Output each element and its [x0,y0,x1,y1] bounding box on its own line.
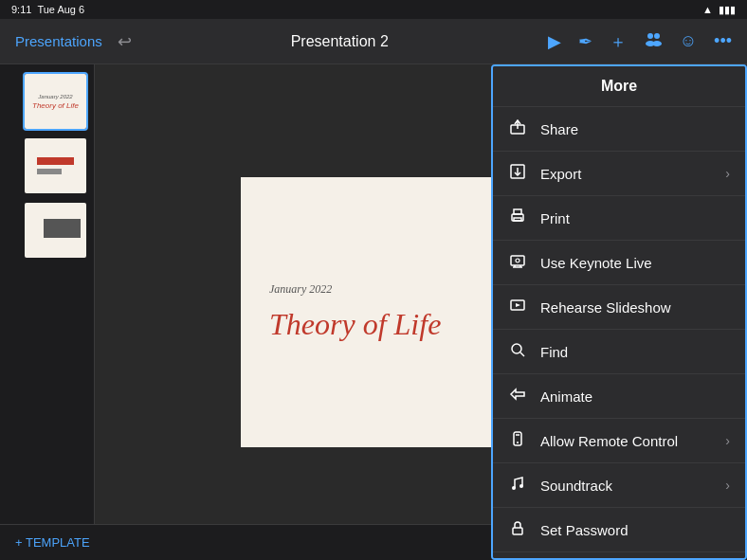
play-icon[interactable]: ▶ [548,31,561,52]
toolbar-right: ▶ ✒ ＋ ☺ ••• [548,29,732,53]
rehearse-icon [508,297,527,317]
remote-chevron: › [725,433,730,448]
back-button[interactable]: Presentations [15,33,102,49]
menu-item-print[interactable]: Print [493,196,745,240]
svg-rect-27 [513,528,522,534]
find-label: Find [540,344,568,360]
slide-thumb-1[interactable]: January 2022 Theory of Life [23,72,88,131]
svg-point-16 [516,259,519,262]
slide-thumb-title: Theory of Life [32,101,79,110]
svg-point-1 [654,33,660,39]
menu-item-animate[interactable]: Animate [493,374,745,418]
collab-icon[interactable] [644,29,663,53]
toolbar: Presentations ↩ Presentation 2 ▶ ✒ ＋ ☺ •… [0,19,747,64]
set-password-label: Set Password [540,522,629,538]
menu-item-export[interactable]: Export › [493,152,745,195]
animate-icon [508,386,527,406]
battery-icon: ▮▮▮ [719,4,736,16]
status-left: 9:11 Tue Aug 6 [11,4,84,15]
more-icon[interactable]: ••• [714,31,732,51]
undo-icon[interactable]: ↩ [118,31,132,52]
status-time: 9:11 [11,4,31,15]
svg-rect-12 [511,256,524,265]
dropdown-section-1: Share Export › [493,107,745,241]
svg-marker-18 [516,303,520,307]
print-label: Print [540,210,570,226]
keynote-live-label: Use Keynote Live [540,255,652,271]
dropdown-title: More [493,66,745,107]
music-icon [508,475,527,496]
export-icon [508,163,527,184]
status-date: Tue Aug 6 [37,4,84,15]
slide-wrapper-3: 3 [6,201,88,260]
menu-item-rehearse[interactable]: Rehearse Slideshow [493,285,745,329]
wifi-icon: ▲ [702,4,713,15]
menu-item-find[interactable]: Find [493,330,745,373]
menu-item-language-region[interactable]: Language & Region [493,552,745,560]
dropdown-menu: More Share [491,64,747,560]
find-icon [508,341,527,362]
pen-icon[interactable]: ✒ [578,31,592,52]
animate-label: Animate [540,388,592,405]
remote-icon [508,430,527,451]
emoji-icon[interactable]: ☺ [680,31,697,51]
share-label: Share [540,121,578,137]
svg-point-23 [517,442,519,443]
soundtrack-label: Soundtrack [540,478,612,494]
menu-item-remote-control[interactable]: Allow Remote Control › [493,419,745,462]
svg-point-26 [519,484,523,488]
print-icon [508,208,527,228]
svg-point-0 [647,33,653,39]
svg-point-25 [512,486,516,490]
template-label: + TEMPLATE [15,535,90,550]
slide-panel: 1 January 2022 Theory of Life 2 3 [0,64,95,560]
svg-point-19 [512,344,521,353]
rehearse-label: Rehearse Slideshow [540,299,671,316]
svg-line-20 [520,352,524,356]
status-right: ▲ ▮▮▮ [702,4,736,16]
svg-point-3 [652,41,662,46]
presentation-title: Presentation 2 [291,33,389,50]
share-icon [508,118,527,139]
add-icon[interactable]: ＋ [610,30,627,53]
keynote-live-icon [508,252,527,273]
toolbar-left: Presentations ↩ [15,31,132,52]
status-bar: 9:11 Tue Aug 6 ▲ ▮▮▮ [0,0,747,19]
menu-item-set-password[interactable]: Set Password [493,508,745,551]
slide-thumb-2[interactable] [23,136,88,195]
slide-wrapper-2: 2 [6,136,88,195]
dropdown-section-4: Allow Remote Control › Soundtrack [493,419,745,560]
svg-rect-11 [514,218,521,221]
lock-icon [508,519,527,540]
dropdown-section-2: Use Keynote Live Rehearse Slideshow [493,241,745,330]
main-area: 1 January 2022 Theory of Life 2 3 [0,64,747,560]
menu-item-share[interactable]: Share [493,107,745,151]
slide-thumb-3[interactable] [23,201,88,260]
export-label: Export [540,166,581,182]
template-button[interactable]: + TEMPLATE [15,535,90,550]
svg-marker-21 [511,389,524,399]
slide-wrapper-1: 1 January 2022 Theory of Life [6,72,88,131]
menu-item-soundtrack[interactable]: Soundtrack › [493,463,745,507]
remote-control-label: Allow Remote Control [540,433,678,449]
menu-item-keynote-live[interactable]: Use Keynote Live [493,241,745,284]
export-chevron: › [725,166,730,181]
slide-thumb-date: January 2022 [38,94,72,99]
dropdown-section-3: Find Animate [493,330,745,419]
soundtrack-chevron: › [725,478,730,493]
svg-rect-10 [514,209,521,214]
